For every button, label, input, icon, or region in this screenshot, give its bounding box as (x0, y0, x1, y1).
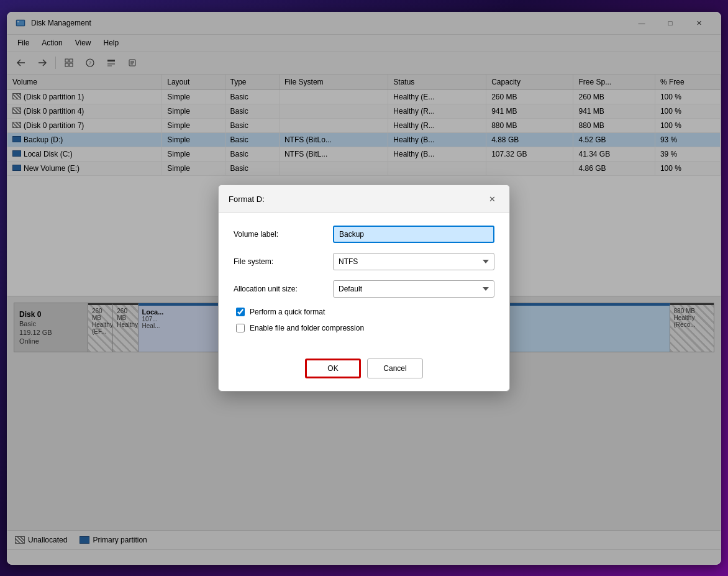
modal-close-button[interactable]: ✕ (485, 191, 499, 206)
volume-label-input[interactable] (333, 226, 494, 243)
modal-overlay: Format D: ✕ Volume label: File system: N… (7, 12, 721, 564)
compression-checkbox[interactable] (236, 324, 245, 332)
modal-titlebar: Format D: ✕ (219, 185, 509, 213)
modal-body: Volume label: File system: NTFS FAT32 ex… (219, 213, 509, 352)
file-system-row: File system: NTFS FAT32 exFAT (234, 253, 494, 270)
compression-label: Enable file and folder compression (250, 324, 364, 332)
main-window: Disk Management — □ ✕ File Action View H… (7, 12, 721, 565)
allocation-unit-select[interactable]: Default 512 1024 2048 4096 (333, 280, 494, 298)
file-system-label: File system: (234, 257, 333, 266)
quick-format-checkbox[interactable] (236, 308, 245, 316)
quick-format-label: Perform a quick format (250, 308, 325, 316)
volume-label-label: Volume label: (234, 230, 333, 239)
format-dialog: Format D: ✕ Volume label: File system: N… (218, 185, 510, 391)
compression-row: Enable file and folder compression (234, 324, 494, 332)
cancel-button[interactable]: Cancel (367, 359, 423, 378)
modal-title: Format D: (229, 194, 265, 204)
modal-footer: OK Cancel (219, 352, 509, 391)
allocation-unit-label: Allocation unit size: (234, 285, 333, 293)
volume-label-row: Volume label: (234, 226, 494, 243)
ok-button[interactable]: OK (305, 359, 361, 378)
file-system-select[interactable]: NTFS FAT32 exFAT (333, 253, 494, 270)
allocation-unit-row: Allocation unit size: Default 512 1024 2… (234, 280, 494, 298)
quick-format-row: Perform a quick format (234, 308, 494, 316)
